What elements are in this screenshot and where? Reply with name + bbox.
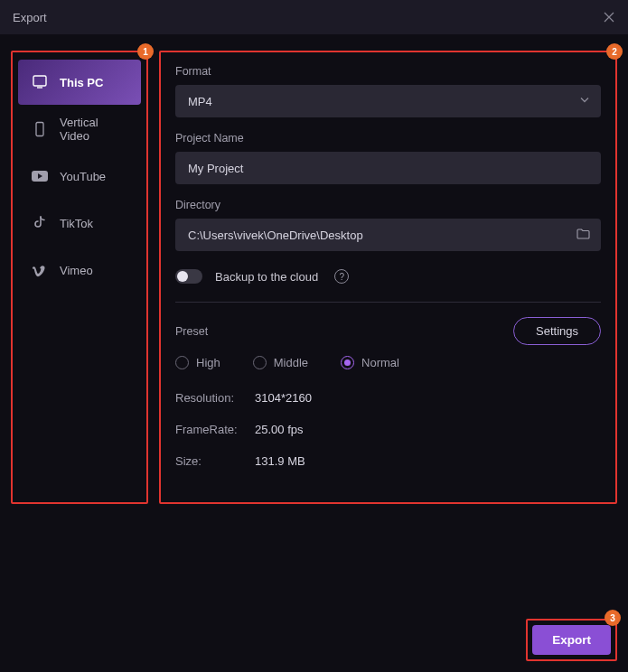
sidebar-item-label: YouTube — [60, 170, 106, 183]
export-button-wrap: 3 Export — [526, 619, 617, 661]
sidebar-item-label: Vimeo — [60, 264, 93, 277]
content-area: 1 This PC Vertical Video YouTube TikTok — [0, 34, 628, 504]
preset-radio-normal[interactable]: Normal — [341, 356, 399, 369]
divider — [175, 302, 601, 303]
phone-icon — [31, 120, 49, 138]
backup-toggle[interactable] — [175, 269, 202, 284]
sidebar-item-youtube[interactable]: YouTube — [18, 154, 141, 199]
framerate-row: FrameRate: 25.00 fps — [175, 423, 601, 436]
size-label: Size: — [175, 454, 255, 468]
directory-label: Directory — [175, 199, 601, 211]
folder-icon[interactable] — [576, 228, 590, 242]
preset-header: Preset Settings — [175, 317, 601, 345]
resolution-value: 3104*2160 — [255, 391, 312, 405]
export-sidebar: 1 This PC Vertical Video YouTube TikTok — [11, 51, 148, 504]
tiktok-icon — [31, 214, 49, 232]
export-button[interactable]: Export — [532, 625, 611, 655]
backup-label: Backup to the cloud — [215, 270, 318, 284]
help-icon[interactable]: ? — [334, 269, 349, 284]
project-name-input[interactable]: My Project — [175, 152, 601, 184]
window-title: Export — [13, 11, 47, 24]
project-name-label: Project Name — [175, 132, 601, 145]
radio-icon — [175, 356, 189, 369]
resolution-label: Resolution: — [175, 391, 255, 405]
resolution-row: Resolution: 3104*2160 — [175, 391, 601, 405]
radio-icon — [253, 356, 267, 369]
preset-radio-middle[interactable]: Middle — [253, 356, 308, 369]
format-select[interactable]: MP4 — [175, 85, 601, 117]
project-name-value: My Project — [188, 162, 243, 175]
annotation-badge: 1 — [137, 43, 154, 60]
size-value: 131.9 MB — [255, 454, 305, 468]
format-field: Format MP4 — [175, 65, 601, 117]
framerate-label: FrameRate: — [175, 423, 255, 436]
radio-label: Middle — [274, 356, 308, 369]
vimeo-icon — [31, 261, 49, 279]
sidebar-item-tiktok[interactable]: TikTok — [18, 201, 141, 246]
chevron-down-icon — [579, 95, 590, 108]
sidebar-item-vimeo[interactable]: Vimeo — [18, 247, 141, 293]
directory-value: C:\Users\vivek\OneDrive\Desktop — [188, 229, 363, 242]
radio-icon — [341, 356, 354, 369]
toggle-knob — [177, 271, 188, 282]
directory-field: Directory C:\Users\vivek\OneDrive\Deskto… — [175, 199, 601, 251]
annotation-badge: 3 — [605, 610, 621, 626]
directory-input[interactable]: C:\Users\vivek\OneDrive\Desktop — [175, 219, 601, 251]
radio-label: High — [196, 356, 220, 369]
svg-rect-1 — [36, 123, 43, 136]
backup-row: Backup to the cloud ? — [175, 269, 601, 284]
annotation-badge: 2 — [606, 43, 623, 60]
titlebar: Export — [0, 0, 628, 34]
youtube-icon — [31, 167, 49, 185]
size-row: Size: 131.9 MB — [175, 454, 601, 468]
settings-button[interactable]: Settings — [513, 317, 601, 345]
preset-radio-group: High Middle Normal — [175, 356, 601, 369]
format-value: MP4 — [188, 95, 212, 108]
sidebar-item-label: This PC — [60, 76, 103, 89]
close-icon — [604, 12, 614, 23]
export-options-panel: 2 Format MP4 Project Name My Project Dir… — [159, 51, 617, 504]
sidebar-item-label: TikTok — [60, 217, 93, 230]
sidebar-item-this-pc[interactable]: This PC — [18, 60, 141, 105]
format-label: Format — [175, 65, 601, 78]
close-button[interactable] — [601, 9, 617, 25]
framerate-value: 25.00 fps — [255, 423, 304, 436]
radio-label: Normal — [361, 356, 399, 369]
project-name-field: Project Name My Project — [175, 132, 601, 184]
preset-label: Preset — [175, 325, 208, 338]
svg-rect-0 — [33, 76, 46, 86]
monitor-icon — [31, 73, 49, 91]
sidebar-item-vertical-video[interactable]: Vertical Video — [18, 107, 141, 152]
preset-radio-high[interactable]: High — [175, 356, 220, 369]
sidebar-item-label: Vertical Video — [60, 116, 128, 143]
